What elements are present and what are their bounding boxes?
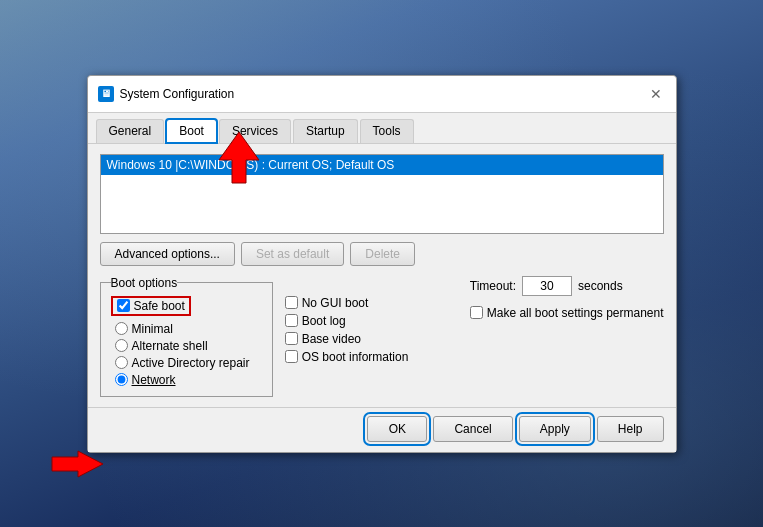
cancel-button[interactable]: Cancel (433, 416, 512, 442)
cb-no-gui[interactable]: No GUI boot (285, 296, 458, 310)
cb-os-boot-info-input[interactable] (285, 350, 298, 363)
radio-active-directory-input[interactable] (115, 356, 128, 369)
tabs-bar: General Boot Services Startup Tools (88, 113, 676, 143)
radio-minimal-input[interactable] (115, 322, 128, 335)
radio-minimal[interactable]: Minimal (115, 322, 262, 336)
permanent-checkbox-input[interactable] (470, 306, 483, 319)
delete-button[interactable]: Delete (350, 242, 415, 266)
os-list[interactable]: Windows 10 |C:\WINDOWS) : Current OS; De… (100, 154, 664, 234)
cb-base-video[interactable]: Base video (285, 332, 458, 346)
radio-minimal-label: Minimal (132, 322, 173, 336)
timeout-input[interactable] (522, 276, 572, 296)
svg-marker-1 (52, 451, 103, 477)
right-timeout-area: Timeout: seconds Make all boot settings … (470, 276, 664, 320)
arrow-right-indicator (50, 449, 105, 482)
advanced-options-button[interactable]: Advanced options... (100, 242, 235, 266)
cb-boot-log-input[interactable] (285, 314, 298, 327)
cb-os-boot-info-label: OS boot information (302, 350, 409, 364)
boot-options-middle: No GUI boot Boot log Base video OS boot … (285, 276, 458, 368)
cb-boot-log-label: Boot log (302, 314, 346, 328)
radio-network-input[interactable] (115, 373, 128, 386)
boot-options-title: Boot options (111, 276, 178, 290)
system-config-dialog: 🖥 System Configuration ✕ General Boot Se… (87, 75, 677, 453)
radio-alternate-shell-label: Alternate shell (132, 339, 208, 353)
os-list-item[interactable]: Windows 10 |C:\WINDOWS) : Current OS; De… (101, 155, 663, 175)
boot-options-area: Boot options Safe boot Minimal (100, 276, 664, 397)
cb-no-gui-input[interactable] (285, 296, 298, 309)
titlebar-left: 🖥 System Configuration (98, 86, 235, 102)
set-default-button[interactable]: Set as default (241, 242, 344, 266)
radio-active-directory-label: Active Directory repair (132, 356, 250, 370)
tab-boot[interactable]: Boot (166, 119, 217, 143)
cb-os-boot-info[interactable]: OS boot information (285, 350, 458, 364)
tab-services[interactable]: Services (219, 119, 291, 143)
radio-active-directory[interactable]: Active Directory repair (115, 356, 262, 370)
cb-boot-log[interactable]: Boot log (285, 314, 458, 328)
ok-button[interactable]: OK (367, 416, 427, 442)
radio-network-label: Network (132, 373, 176, 387)
tab-startup[interactable]: Startup (293, 119, 358, 143)
safe-boot-label[interactable]: Safe boot (111, 296, 191, 316)
cb-base-video-label: Base video (302, 332, 361, 346)
right-checkboxes: No GUI boot Boot log Base video OS boot … (285, 296, 458, 364)
dialog-content: Windows 10 |C:\WINDOWS) : Current OS; De… (88, 143, 676, 407)
timeout-label: Timeout: (470, 279, 516, 293)
tab-tools[interactable]: Tools (360, 119, 414, 143)
apply-button[interactable]: Apply (519, 416, 591, 442)
tab-general[interactable]: General (96, 119, 165, 143)
timeout-box: Timeout: seconds (470, 276, 664, 296)
radio-alternate-shell[interactable]: Alternate shell (115, 339, 262, 353)
dialog-title: System Configuration (120, 87, 235, 101)
cb-base-video-input[interactable] (285, 332, 298, 345)
safe-boot-checkbox[interactable] (117, 299, 130, 312)
os-action-buttons: Advanced options... Set as default Delet… (100, 242, 664, 266)
titlebar: 🖥 System Configuration ✕ (88, 76, 676, 113)
timeout-unit: seconds (578, 279, 623, 293)
help-button[interactable]: Help (597, 416, 664, 442)
boot-options-left: Boot options Safe boot Minimal (100, 276, 273, 397)
radio-alternate-shell-input[interactable] (115, 339, 128, 352)
dialog-icon: 🖥 (98, 86, 114, 102)
permanent-label: Make all boot settings permanent (487, 306, 664, 320)
safe-boot-text: Safe boot (134, 299, 185, 313)
action-buttons-row: OK Cancel Apply Help (88, 407, 676, 452)
close-button[interactable]: ✕ (646, 84, 666, 104)
radio-network[interactable]: Network (115, 373, 262, 387)
cb-no-gui-label: No GUI boot (302, 296, 369, 310)
permanent-checkbox-row[interactable]: Make all boot settings permanent (470, 306, 664, 320)
